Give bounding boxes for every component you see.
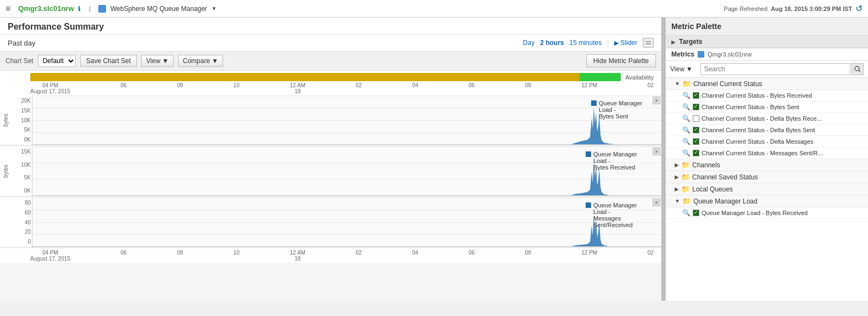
metric-item-ccs-messages-sent[interactable]: 🔍 Channel Current Status - Messages Sent… [666, 148, 868, 159]
metric-palette-title: Metric Palette [666, 18, 868, 36]
metric-label-ccs-delta-bytes-rece: Channel Current Status - Delta Bytes Rec… [702, 115, 822, 122]
search-icon-3[interactable]: 🔍 [682, 115, 691, 122]
folder-expand-arrow-2: ▶ [675, 162, 679, 168]
metric-label-ccs-bytes-sent: Channel Current Status - Bytes Sent [702, 104, 799, 110]
folder-icon-4: 📁 [681, 185, 690, 193]
folder-queue-manager-load[interactable]: ▼ 📁 Queue Manager Load [666, 195, 868, 207]
search-input[interactable] [700, 63, 850, 75]
chart-close-1[interactable]: × [653, 97, 660, 104]
save-chart-set-button[interactable]: Save Chart Set [80, 55, 137, 67]
grid-75-3 [32, 234, 661, 235]
grid-50-1 [32, 120, 661, 121]
folder-icon-3: 📁 [681, 173, 690, 181]
view-dropdown-label: View [670, 65, 685, 73]
chart-close-2[interactable]: × [653, 148, 660, 155]
checkbox-ccs-bytes-received[interactable] [693, 92, 699, 99]
search-icon-7[interactable]: 🔍 [682, 209, 691, 217]
y-ticks-2: 15K10K5K0K [11, 146, 32, 196]
time-label-4: 10 [233, 82, 240, 94]
time-label-7: 04 [412, 82, 418, 94]
view-arrow: ▼ [162, 57, 169, 65]
search-icon-4[interactable]: 🔍 [682, 126, 691, 134]
folder-label-4: Local Queues [692, 185, 733, 193]
y-axis-label-1: bytes [3, 114, 9, 127]
legend-color-1 [591, 100, 597, 106]
chart-close-3[interactable]: × [653, 199, 660, 206]
search-icon-2[interactable]: 🔍 [682, 103, 691, 111]
legend-label-3: Queue Manager Load -MessagesSent/Receive… [593, 202, 652, 228]
folder-channel-saved-status[interactable]: ▶ 📁 Channel Saved Status [666, 171, 868, 183]
metric-item-ccs-delta-bytes-rece[interactable]: 🔍 Channel Current Status - Delta Bytes R… [666, 113, 868, 125]
top-bar: ≡ Qmgr3.slc01nrw ℹ | WebSphere MQ Queue … [0, 0, 868, 18]
checkbox-ccs-delta-messages[interactable] [693, 138, 699, 145]
checkbox-ccs-messages-sent[interactable] [693, 150, 699, 156]
view-dropdown[interactable]: View ▼ [670, 65, 693, 73]
metric-palette-panel: Metric Palette ▶ Targets Metrics Qmgr3.s… [665, 18, 868, 301]
metric-item-ccs-bytes-sent[interactable]: 🔍 Channel Current Status - Bytes Sent [666, 101, 868, 113]
svg-rect-1 [646, 43, 651, 44]
metric-item-qml-bytes-received[interactable]: 🔍 Queue Manager Load - Bytes Received [666, 207, 868, 219]
charts-area: Availability 04 PMAugust 17, 2015 06 08 … [0, 71, 661, 301]
2hours-button[interactable]: 2 hours [540, 39, 564, 47]
time-label-10: 12 PM [581, 82, 597, 94]
hamburger-menu[interactable]: ≡ [5, 4, 10, 14]
availability-bar [30, 73, 621, 81]
slider-button[interactable]: ▶ Slider [614, 39, 637, 47]
availability-bar-container: Availability [0, 71, 661, 81]
metrics-label: Metrics [671, 50, 694, 58]
app-info-icon[interactable]: ℹ [78, 5, 80, 12]
grid-25-1 [32, 108, 661, 108]
checkbox-ccs-bytes-sent[interactable] [693, 104, 699, 110]
metric-tree: ▼ 📁 Channel Current Status 🔍 Channel Cur… [666, 78, 868, 301]
search-icon-6[interactable]: 🔍 [682, 149, 691, 157]
metrics-target: Qmgr3.slc01nrw [708, 51, 752, 58]
view-button[interactable]: View ▼ [141, 55, 174, 67]
folder-channel-current-status[interactable]: ▼ 📁 Channel Current Status [666, 78, 868, 90]
time-label-5: 12 AM18 [290, 82, 305, 94]
metric-label-ccs-messages-sent: Channel Current Status - Messages Sent/R… [702, 150, 823, 156]
bottom-time-label-3: 08 [177, 250, 183, 262]
search-icon-1[interactable]: 🔍 [682, 92, 691, 99]
chart-bytes-received: bytes 15K10K5K0K × Queu [0, 146, 661, 196]
day-button[interactable]: Day [523, 39, 535, 47]
slider-label: Slider [620, 39, 637, 47]
top-bar-left: ≡ Qmgr3.slc01nrw ℹ | WebSphere MQ Queue … [5, 4, 217, 14]
folder-local-queues[interactable]: ▶ 📁 Local Queues [666, 183, 868, 195]
search-icon [854, 66, 861, 72]
search-button[interactable] [852, 63, 864, 75]
metric-label-ccs-delta-bytes-sent: Channel Current Status - Delta Bytes Sen… [702, 127, 815, 133]
time-axis: 04 PMAugust 17, 2015 06 08 10 12 AM18 02… [0, 81, 661, 95]
targets-section[interactable]: ▶ Targets [666, 36, 868, 48]
compare-button[interactable]: Compare ▼ [178, 55, 223, 67]
chart-messages: 806040200 × Queue Manager Load -Messages [0, 198, 661, 247]
breadcrumb: WebSphere MQ Queue Manager [110, 5, 207, 13]
availability-label: Availability [625, 74, 654, 81]
checkbox-ccs-delta-bytes-rece[interactable] [693, 115, 699, 122]
search-icon-5[interactable]: 🔍 [682, 138, 691, 145]
checkbox-qml-bytes-received[interactable] [693, 210, 699, 216]
time-label-6: 02 [355, 82, 361, 94]
refresh-icon[interactable]: ↺ [855, 3, 863, 14]
chart-set-select[interactable]: Default [38, 55, 76, 67]
15min-button[interactable]: 15 minutes [569, 39, 602, 47]
grid-top-2 [32, 146, 661, 147]
y-axis-label-2: bytes [3, 165, 9, 178]
chart-legend-3: Queue Manager Load -MessagesSent/Receive… [586, 202, 652, 228]
metric-item-ccs-delta-bytes-sent[interactable]: 🔍 Channel Current Status - Delta Bytes S… [666, 125, 868, 136]
app-title: Qmgr3.slc01nrw ℹ [18, 4, 80, 13]
time-bar: Past day Day 2 hours 15 minutes | ▶ Slid… [0, 35, 661, 52]
slider-icon[interactable] [643, 38, 654, 48]
metric-item-ccs-delta-messages[interactable]: 🔍 Channel Current Status - Delta Message… [666, 136, 868, 148]
top-bar-right: Page Refreshed Aug 18, 2015 3:00:29 PM I… [724, 3, 863, 14]
chart-bytes-sent: bytes 20K15K10K5K0K × [0, 95, 661, 145]
metric-item-ccs-bytes-received[interactable]: 🔍 Channel Current Status - Bytes Receive… [666, 90, 868, 101]
page-title: Performance Summary [0, 18, 661, 35]
search-bar: View ▼ [666, 61, 868, 78]
breadcrumb-arrow[interactable]: ▼ [212, 5, 217, 12]
folder-channels[interactable]: ▶ 📁 Channels [666, 159, 868, 171]
metrics-header: Metrics Qmgr3.slc01nrw [666, 48, 868, 61]
hide-metric-palette-button[interactable]: Hide Metric Palette [586, 54, 656, 67]
checkbox-ccs-delta-bytes-sent[interactable] [693, 127, 699, 133]
targets-arrow: ▶ [671, 39, 676, 45]
folder-icon-1: 📁 [682, 80, 691, 88]
